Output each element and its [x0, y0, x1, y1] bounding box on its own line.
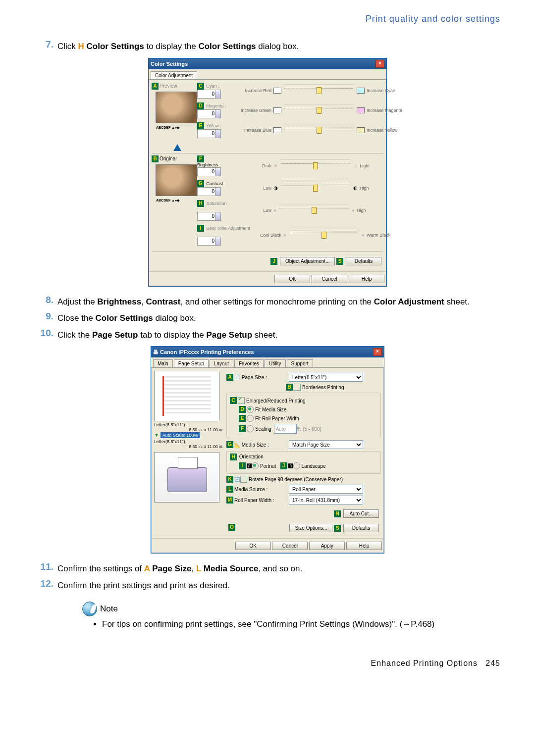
marker-L-inline: L: [196, 564, 201, 573]
mediasrc-label: Media Source :: [234, 487, 289, 492]
ok-button[interactable]: OK: [274, 275, 310, 283]
step-12-text: Confirm the print settings and print as …: [57, 578, 500, 592]
autocut-button[interactable]: Auto Cut...: [343, 509, 379, 518]
contrast-slider[interactable]: [281, 186, 350, 190]
graytone-slider: [289, 233, 359, 237]
lbl-sat-high: High: [355, 208, 401, 213]
marker-C: C: [197, 83, 204, 90]
landscape-label: Landscape: [302, 463, 326, 469]
cyan-slider[interactable]: [284, 88, 354, 93]
graytone-label: Gray Tone Adjustment :: [197, 226, 250, 237]
sizeoptions-button[interactable]: Size Options...: [289, 524, 332, 532]
lbl-increase-green: Increase Green: [227, 108, 273, 113]
step-number: 7.: [35, 39, 57, 53]
preview-label: Preview: [160, 83, 177, 89]
graytone-spinner: 0: [197, 237, 221, 246]
tab-main[interactable]: Main: [153, 359, 173, 367]
cancel-button[interactable]: Cancel: [272, 542, 308, 550]
apply-button[interactable]: Apply: [309, 542, 345, 550]
lbl-low: Low: [227, 186, 273, 191]
marker-G: G: [197, 180, 204, 187]
mediasize-select[interactable]: Match Page Size: [289, 440, 363, 449]
step-number: 12.: [35, 578, 57, 592]
rotate-checkbox[interactable]: [240, 476, 247, 483]
scaling-radio[interactable]: [247, 425, 254, 432]
borderless-checkbox[interactable]: [294, 384, 301, 391]
lbl-warm-black: Warm Black: [365, 233, 411, 238]
lbl-increase-yellow: Increase Yellow: [365, 128, 411, 133]
tab-support[interactable]: Support: [287, 359, 313, 367]
pagesize-select[interactable]: Letter(8.5"x11"): [289, 373, 363, 382]
marker-N: N: [334, 510, 341, 517]
landscape-radio[interactable]: [293, 462, 300, 469]
marker-C: C: [230, 397, 237, 404]
ok-button[interactable]: OK: [235, 542, 271, 550]
pagesize-label: Page Size :: [242, 375, 267, 380]
arrow-up-icon: [173, 144, 181, 151]
cyan-spinner[interactable]: 0: [197, 90, 221, 99]
fit-roll-radio[interactable]: [247, 415, 254, 422]
tab-favorites[interactable]: Favorites: [234, 359, 264, 367]
help-button[interactable]: Help: [349, 275, 384, 283]
magenta-slider[interactable]: [284, 108, 354, 112]
marker-A: A: [226, 374, 233, 381]
preview-thumbnail: ABCDEF ▲●◆: [156, 92, 197, 123]
tab-layout[interactable]: Layout: [210, 359, 233, 367]
swatch-blue: [273, 127, 281, 133]
marker-B: B: [152, 155, 159, 162]
help-button[interactable]: Help: [346, 542, 382, 550]
mediasrc-select[interactable]: Roll Paper: [289, 485, 363, 494]
swatch-red: [273, 88, 281, 94]
defaults-button[interactable]: Defaults: [346, 257, 381, 265]
marker-G: G: [226, 441, 233, 448]
step-number: 9.: [35, 311, 57, 325]
scaling-range: % (5 - 600): [297, 426, 321, 432]
dialog-title: Color Settings: [151, 61, 188, 67]
note-icon: [82, 602, 97, 616]
magenta-label: Magenta :: [207, 103, 226, 108]
rollwidth-label: Roll Paper Width :: [234, 498, 289, 503]
fit-media-radio[interactable]: [247, 406, 254, 413]
enlarged-label: Enlarged/Reduced Printing: [246, 398, 306, 403]
cyan-label: Cyan :: [207, 84, 219, 89]
swatch-cyan: [357, 88, 365, 94]
saturation-slider: [279, 208, 349, 212]
marker-O: O: [228, 524, 235, 531]
yellow-slider[interactable]: [284, 128, 354, 132]
note-label: Note: [100, 604, 118, 614]
close-icon[interactable]: ×: [375, 60, 384, 68]
magenta-spinner[interactable]: 0: [197, 109, 221, 118]
step-number: 11.: [35, 561, 57, 575]
contrast-spinner[interactable]: 0: [197, 187, 221, 196]
dim-sub-2: 8.50 in. x 11.00 in.: [154, 444, 223, 449]
note-bullet: For tips on confirming print settings, s…: [102, 619, 500, 629]
tab-utility[interactable]: Utility: [265, 359, 285, 367]
footer-page: 245: [485, 659, 500, 667]
cancel-button[interactable]: Cancel: [312, 275, 347, 283]
defaults-button[interactable]: Defaults: [343, 524, 379, 532]
brightness-slider[interactable]: [281, 163, 350, 168]
tab-color-adjustment[interactable]: Color Adjustment: [151, 71, 197, 79]
marker-S: S: [336, 258, 343, 265]
portrait-radio[interactable]: [252, 462, 259, 469]
footer-section: Enhanced Printing Options: [371, 659, 478, 667]
enlarged-checkbox[interactable]: [238, 397, 245, 404]
yellow-spinner[interactable]: 0: [197, 129, 221, 138]
marker-J: J: [280, 462, 287, 469]
fit-media-label: Fit Media Size: [255, 407, 286, 412]
rollwidth-select[interactable]: 17-in. Roll (431.8mm): [289, 496, 363, 504]
page-preview: [154, 371, 219, 421]
step-number: 8.: [35, 295, 57, 308]
lbl-increase-cyan: Increase Cyan: [365, 88, 411, 93]
marker-I: I: [239, 462, 246, 469]
lbl-increase-blue: Increase Blue: [227, 128, 273, 133]
brightness-spinner[interactable]: 0: [197, 167, 221, 176]
portrait-label: Portrait: [260, 463, 276, 469]
close-icon[interactable]: ×: [373, 348, 382, 356]
marker-A-inline: A: [144, 564, 150, 573]
swatch-yellow: [357, 127, 365, 133]
object-adjustment-button[interactable]: Object Adjustment...: [280, 257, 335, 265]
tab-page-setup[interactable]: Page Setup: [174, 359, 209, 367]
mediasize-label: Media Size :: [242, 442, 269, 448]
step-10-text: Click the Page Setup tab to display the …: [57, 328, 500, 342]
